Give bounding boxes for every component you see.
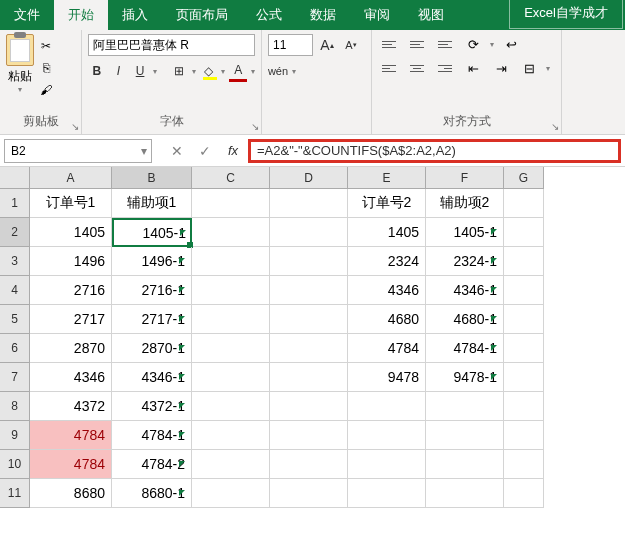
cell-E1[interactable]: 订单号2 <box>348 189 426 218</box>
col-header-B[interactable]: B <box>112 167 192 189</box>
cell-C1[interactable] <box>192 189 270 218</box>
cell-C2[interactable] <box>192 218 270 247</box>
cell-A6[interactable]: 2870 <box>30 334 112 363</box>
cell-D7[interactable] <box>270 363 348 392</box>
cell-A10[interactable]: 4784 <box>30 450 112 479</box>
cancel-icon[interactable]: ✕ <box>164 139 190 163</box>
col-header-D[interactable]: D <box>270 167 348 189</box>
cell-G7[interactable] <box>504 363 544 392</box>
cell-D3[interactable] <box>270 247 348 276</box>
cell-F7[interactable]: 9478-1 <box>426 363 504 392</box>
cell-G1[interactable] <box>504 189 544 218</box>
cell-C11[interactable] <box>192 479 270 508</box>
align-right-button[interactable] <box>434 58 456 78</box>
cell-F8[interactable] <box>426 392 504 421</box>
cell-G8[interactable] <box>504 392 544 421</box>
cell-E10[interactable] <box>348 450 426 479</box>
cell-D11[interactable] <box>270 479 348 508</box>
cell-G10[interactable] <box>504 450 544 479</box>
tab-page-layout[interactable]: 页面布局 <box>162 0 242 30</box>
col-header-A[interactable]: A <box>30 167 112 189</box>
cell-C10[interactable] <box>192 450 270 479</box>
align-launcher-icon[interactable]: ↘ <box>551 121 559 132</box>
cell-D5[interactable] <box>270 305 348 334</box>
cell-B6[interactable]: 2870-1 <box>112 334 192 363</box>
row-header-5[interactable]: 5 <box>0 305 30 334</box>
cell-A2[interactable]: 1405 <box>30 218 112 247</box>
cell-C8[interactable] <box>192 392 270 421</box>
name-box[interactable]: B2 <box>4 139 152 163</box>
increase-indent-button[interactable]: ⇥ <box>490 58 512 78</box>
align-left-button[interactable] <box>378 58 400 78</box>
cell-F3[interactable]: 2324-1 <box>426 247 504 276</box>
fx-icon[interactable]: fx <box>220 139 246 163</box>
cell-E11[interactable] <box>348 479 426 508</box>
tab-insert[interactable]: 插入 <box>108 0 162 30</box>
paste-label[interactable]: 粘贴 <box>8 68 32 85</box>
merge-button[interactable]: ⊟ <box>518 58 540 78</box>
cell-B1[interactable]: 辅助项1 <box>112 189 192 218</box>
cell-F1[interactable]: 辅助项2 <box>426 189 504 218</box>
cell-G9[interactable] <box>504 421 544 450</box>
row-header-11[interactable]: 11 <box>0 479 30 508</box>
tab-review[interactable]: 审阅 <box>350 0 404 30</box>
cell-A9[interactable]: 4784 <box>30 421 112 450</box>
confirm-icon[interactable]: ✓ <box>192 139 218 163</box>
tab-file[interactable]: 文件 <box>0 0 54 30</box>
cell-D2[interactable] <box>270 218 348 247</box>
cell-D1[interactable] <box>270 189 348 218</box>
cell-A7[interactable]: 4346 <box>30 363 112 392</box>
tab-data[interactable]: 数据 <box>296 0 350 30</box>
orientation-button[interactable]: ⟳ <box>462 34 484 54</box>
cell-B4[interactable]: 2716-1 <box>112 276 192 305</box>
cell-D10[interactable] <box>270 450 348 479</box>
col-header-E[interactable]: E <box>348 167 426 189</box>
font-size-input[interactable] <box>268 34 313 56</box>
cell-C7[interactable] <box>192 363 270 392</box>
phonetic-button[interactable]: wén <box>268 60 288 82</box>
cell-F6[interactable]: 4784-1 <box>426 334 504 363</box>
cell-A4[interactable]: 2716 <box>30 276 112 305</box>
align-center-button[interactable] <box>406 58 428 78</box>
cell-G2[interactable] <box>504 218 544 247</box>
cell-F2[interactable]: 1405-1 <box>426 218 504 247</box>
grow-font-button[interactable]: A▴ <box>317 34 337 56</box>
formula-input[interactable]: =A2&"-"&COUNTIFS($A$2:A2,A2) <box>248 139 621 163</box>
cell-C9[interactable] <box>192 421 270 450</box>
cell-A1[interactable]: 订单号1 <box>30 189 112 218</box>
shrink-font-button[interactable]: A▾ <box>341 34 361 56</box>
cell-E7[interactable]: 9478 <box>348 363 426 392</box>
clipboard-icon[interactable] <box>6 34 34 66</box>
col-header-C[interactable]: C <box>192 167 270 189</box>
cell-G3[interactable] <box>504 247 544 276</box>
cell-F5[interactable]: 4680-1 <box>426 305 504 334</box>
cell-A5[interactable]: 2717 <box>30 305 112 334</box>
align-bottom-button[interactable] <box>434 34 456 54</box>
cell-D8[interactable] <box>270 392 348 421</box>
cell-A11[interactable]: 8680 <box>30 479 112 508</box>
cell-E8[interactable] <box>348 392 426 421</box>
cell-E9[interactable] <box>348 421 426 450</box>
decrease-indent-button[interactable]: ⇤ <box>462 58 484 78</box>
cell-E5[interactable]: 4680 <box>348 305 426 334</box>
cell-F11[interactable] <box>426 479 504 508</box>
row-header-4[interactable]: 4 <box>0 276 30 305</box>
row-header-2[interactable]: 2 <box>0 218 30 247</box>
cut-icon[interactable]: ✂ <box>36 36 56 56</box>
cell-B7[interactable]: 4346-1 <box>112 363 192 392</box>
select-all-triangle[interactable] <box>0 167 30 189</box>
fill-color-button[interactable]: ◇ <box>200 60 218 82</box>
cell-G11[interactable] <box>504 479 544 508</box>
cell-A8[interactable]: 4372 <box>30 392 112 421</box>
cell-D6[interactable] <box>270 334 348 363</box>
cell-E3[interactable]: 2324 <box>348 247 426 276</box>
row-header-10[interactable]: 10 <box>0 450 30 479</box>
copy-icon[interactable]: ⎘ <box>36 58 56 78</box>
border-button[interactable]: ⊞ <box>170 60 188 82</box>
cell-B9[interactable]: 4784-1 <box>112 421 192 450</box>
tab-home[interactable]: 开始 <box>54 0 108 30</box>
tab-custom[interactable]: Excel自学成才 <box>509 0 623 29</box>
row-header-3[interactable]: 3 <box>0 247 30 276</box>
tab-view[interactable]: 视图 <box>404 0 458 30</box>
font-color-button[interactable]: A <box>229 60 247 82</box>
